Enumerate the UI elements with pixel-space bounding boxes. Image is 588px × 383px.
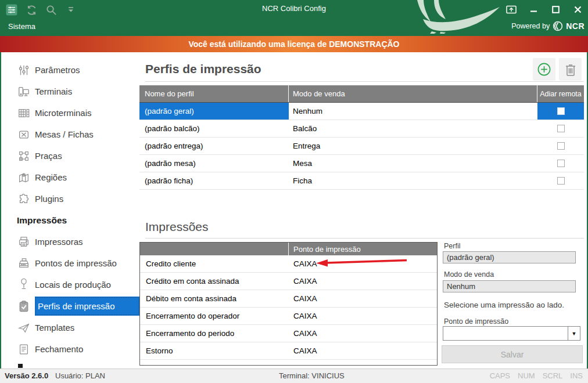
adiar-checkbox[interactable] xyxy=(557,107,565,115)
demo-license-banner: Você está utilizando uma licença de DEMO… xyxy=(0,36,588,52)
ponto-de-impressao-select[interactable]: ▼ xyxy=(443,326,580,341)
delete-profile-button[interactable] xyxy=(559,58,582,81)
impression-row-credito-conta[interactable]: Crédito em conta assinada CAIXA xyxy=(140,273,437,290)
sidebar-item-fechamento[interactable]: Fechamento xyxy=(1,338,139,360)
sidebar-label: Microterminais xyxy=(35,108,92,118)
table-row-padrao-mesa[interactable]: (padrão mesa) Mesa xyxy=(139,155,584,172)
cell-point: CAIXA xyxy=(289,308,437,324)
map-pin-icon xyxy=(17,171,31,185)
cell-impression: Encerramento do operador xyxy=(140,308,289,324)
cell-impression: Credito cliente xyxy=(140,255,289,272)
sidebar-item-terminais[interactable]: Terminais xyxy=(1,81,139,102)
sidebar-item-regioes[interactable]: Regiões xyxy=(1,167,139,188)
keypad-icon xyxy=(17,106,31,120)
adiar-checkbox[interactable] xyxy=(557,142,565,150)
sidebar-item-perfis-de-impressao[interactable]: Perfis de impressão xyxy=(1,295,139,317)
sidebar-item-parametros[interactable]: Parâmetros xyxy=(1,59,139,81)
perfil-field[interactable] xyxy=(443,251,576,263)
impression-row-estorno[interactable]: Estorno CAIXA xyxy=(140,342,437,360)
sidebar-label: Mesas / Fichas xyxy=(35,129,94,139)
sidebar-item-mesas-fichas[interactable]: Mesas / Fichas xyxy=(1,124,139,145)
scrl-indicator: SCRL xyxy=(543,371,563,380)
sidebar-item-pontos-de-impressao[interactable]: Pontos de impressão xyxy=(1,252,139,274)
maximize-icon[interactable] xyxy=(548,3,562,16)
combo-value xyxy=(443,327,568,340)
cell-adiar xyxy=(537,172,584,189)
impression-row-debito-conta[interactable]: Débito em conta assinada CAIXA xyxy=(140,290,437,308)
cell-point: CAIXA xyxy=(289,342,437,359)
add-profile-button[interactable] xyxy=(533,58,555,81)
app-window: NCR Colibri Config Sistema Powered by NC… xyxy=(0,0,588,383)
cell-point: CAIXA xyxy=(289,290,437,307)
sidebar: Parâmetros Terminais Microterminais Mesa… xyxy=(1,59,139,360)
ins-indicator: INS xyxy=(570,371,583,380)
column-header-modo[interactable]: Modo de venda xyxy=(289,85,537,102)
cell-adiar xyxy=(537,138,584,154)
fullscreen-icon[interactable] xyxy=(504,3,518,16)
minimize-icon[interactable] xyxy=(526,3,540,16)
modo-de-venda-field[interactable] xyxy=(443,280,576,292)
detail-panel: Perfil Modo de venda Selecione uma impre… xyxy=(443,240,584,366)
ncr-logo-icon xyxy=(553,21,563,31)
table-row-padrao-geral[interactable]: (padrão geral) Nenhum xyxy=(139,103,584,120)
column-header-adiar[interactable]: Adiar remota xyxy=(537,85,584,102)
impressions-table: Ponto de impressão Credito cliente CAIXA… xyxy=(139,242,438,366)
adiar-checkbox[interactable] xyxy=(557,125,565,132)
cell-mode: Ficha xyxy=(289,172,537,189)
adiar-checkbox[interactable] xyxy=(557,177,565,185)
sidebar-item-locais-de-producao[interactable]: Locais de produção xyxy=(1,274,139,295)
sidebar-section-label: Impressões xyxy=(17,215,67,226)
impression-row-credito-cliente[interactable]: Credito cliente CAIXA xyxy=(140,255,437,273)
sidebar-label: Fechamento xyxy=(35,344,83,354)
cell-mode: Nenhum xyxy=(289,103,537,120)
impression-row-encerramento-operador[interactable]: Encerramento do operador CAIXA xyxy=(140,308,437,325)
adiar-checkbox[interactable] xyxy=(557,160,565,167)
sliders-icon xyxy=(17,63,31,77)
table-row-padrao-balcao[interactable]: (padrão balcão) Balcão xyxy=(139,120,584,138)
impression-row-encerramento-periodo[interactable]: Encerramento do periodo CAIXA xyxy=(140,325,437,342)
sidebar-item-impressoras[interactable]: Impressoras xyxy=(1,231,139,252)
org-nodes-icon xyxy=(17,149,31,163)
puzzle-icon xyxy=(17,192,31,206)
close-icon[interactable] xyxy=(571,3,585,16)
cell-name: (padrão geral) xyxy=(139,103,289,120)
title-divider xyxy=(145,81,584,82)
profiles-table-header: Nome do perfil Modo de venda Adiar remot… xyxy=(139,85,584,103)
sidebar-item-pracas[interactable]: Praças xyxy=(1,145,139,167)
cutlery-icon xyxy=(17,128,31,142)
chevron-down-icon[interactable]: ▼ xyxy=(568,327,580,340)
sidebar-item-plugins[interactable]: Plugins xyxy=(1,188,139,209)
cell-adiar xyxy=(537,120,584,137)
cell-point: CAIXA xyxy=(289,273,437,290)
sidebar-item-microterminais[interactable]: Microterminais xyxy=(1,102,139,124)
titlebar: NCR Colibri Config Sistema Powered by NC… xyxy=(0,0,588,36)
profiles-table: Nome do perfil Modo de venda Adiar remot… xyxy=(139,85,584,190)
selection-hint: Selecione uma impressão ao lado. xyxy=(444,301,564,309)
powered-by: Powered by NCR xyxy=(511,21,585,31)
cell-mode: Mesa xyxy=(289,155,537,172)
column-header-blank[interactable] xyxy=(140,243,289,255)
sidebar-label: Pontos de impressão xyxy=(35,258,117,268)
cell-name: (padrão balcão) xyxy=(139,120,289,137)
column-header-ponto[interactable]: Ponto de impressão xyxy=(289,243,437,255)
sidebar-label: Perfis de impressão xyxy=(35,297,139,316)
terminal-icon xyxy=(17,85,31,99)
sidebar-label: Regiões xyxy=(35,172,67,182)
paper-plane-icon xyxy=(17,321,31,335)
glass-icon xyxy=(17,278,31,292)
table-row-padrao-entrega[interactable]: (padrão entrega) Entrega xyxy=(139,138,584,155)
sidebar-item-templates[interactable]: Templates xyxy=(1,317,139,338)
sidebar-label: Parâmetros xyxy=(35,65,80,75)
table-row-padrao-ficha[interactable]: (padrão ficha) Ficha xyxy=(139,172,584,190)
menu-sistema[interactable]: Sistema xyxy=(8,22,35,31)
trash-icon xyxy=(564,63,577,77)
page-title: Perfis de impressão xyxy=(145,62,261,76)
impressions-table-header: Ponto de impressão xyxy=(140,243,437,255)
save-button[interactable]: Salvar xyxy=(442,345,583,363)
cell-adiar xyxy=(537,155,584,172)
sidebar-label: Templates xyxy=(35,323,74,333)
cell-adiar xyxy=(537,103,584,120)
column-header-nome[interactable]: Nome do perfil xyxy=(139,85,289,102)
terminal-label: Terminal: VINICIUS xyxy=(279,371,345,380)
powered-by-label: Powered by xyxy=(511,22,550,30)
